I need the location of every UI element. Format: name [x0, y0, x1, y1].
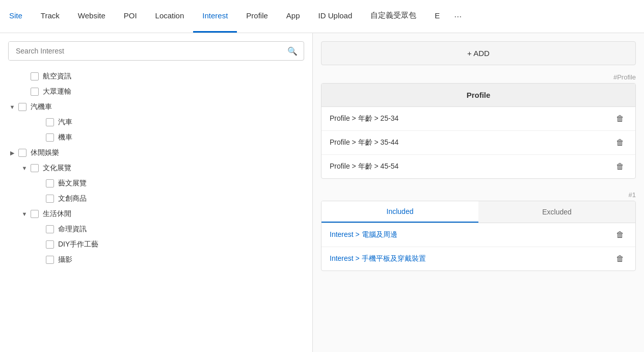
tree-item-item-leisure[interactable]: ▶休閒娛樂: [0, 145, 312, 160]
tree-item-item-motorcycle[interactable]: 機車: [0, 130, 312, 145]
tree-item-item-diy[interactable]: DIY手作工藝: [0, 237, 312, 252]
tree-item-item-creative[interactable]: 文創商品: [0, 191, 312, 206]
chevron-down-icon[interactable]: ▼: [8, 103, 16, 111]
tree-item-item-lifestyle[interactable]: ▼生活休閒: [0, 206, 312, 222]
checkbox-item-leisure[interactable]: [18, 149, 26, 157]
search-button[interactable]: 🔍: [281, 42, 304, 60]
nav-item-id-upload[interactable]: ID Upload: [309, 0, 362, 33]
chevron-down-icon[interactable]: ▼: [20, 210, 29, 218]
tree-item-item-aviation[interactable]: 航空資訊: [0, 69, 312, 84]
left-panel: 🔍 航空資訊大眾運輸▼汽機車汽車機車▶休閒娛樂▼文化展覽藝文展覽文創商品▼生活休…: [0, 33, 313, 352]
tab-row: Included Excluded: [321, 201, 635, 223]
nav-item-interest[interactable]: Interest: [193, 0, 237, 33]
item-label-item-aviation: 航空資訊: [43, 72, 71, 81]
profile-label: #Profile: [313, 69, 644, 83]
profile-section: Profile Profile > 年齡 > 25-34🗑Profile > 年…: [321, 83, 636, 179]
delete-interest-row-int2[interactable]: 🗑: [613, 253, 627, 264]
item-label-item-photo: 攝影: [58, 255, 72, 264]
checkbox-item-fortune[interactable]: [46, 225, 54, 233]
delete-interest-row-int1[interactable]: 🗑: [613, 229, 627, 240]
interest-row-text: Interest > 電腦及周邊: [330, 230, 397, 239]
interest-row-int2: Interest > 手機平板及穿戴裝置🗑: [321, 247, 635, 270]
checkbox-item-aviation[interactable]: [31, 72, 39, 80]
chevron-down-icon[interactable]: ▼: [20, 164, 29, 172]
item-label-item-auto: 汽機車: [31, 102, 52, 112]
nav-item-custom[interactable]: 自定義受眾包: [361, 0, 425, 33]
checkbox-item-car[interactable]: [46, 118, 54, 126]
item-label-item-culture: 文化展覽: [43, 164, 71, 173]
tree-item-item-auto[interactable]: ▼汽機車: [0, 99, 312, 115]
add-button[interactable]: + ADD: [321, 41, 636, 65]
interest-section: Included Excluded Interest > 電腦及周邊🗑Inter…: [321, 201, 636, 271]
profile-row-row1: Profile > 年齡 > 25-34🗑: [321, 107, 635, 131]
tab-included[interactable]: Included: [321, 201, 478, 223]
interest-row-text: Interest > 手機平板及穿戴裝置: [330, 254, 426, 263]
interest-rows: Interest > 電腦及周邊🗑Interest > 手機平板及穿戴裝置🗑: [321, 223, 635, 270]
profile-row-text: Profile > 年齡 > 25-34: [330, 114, 398, 123]
nav-item-location[interactable]: Location: [146, 0, 194, 33]
nav-item-poi[interactable]: POI: [115, 0, 146, 33]
checkbox-item-auto[interactable]: [18, 103, 26, 111]
search-bar: 🔍: [8, 41, 304, 61]
profile-section-header: Profile: [321, 84, 635, 107]
top-navigation: SiteTrackWebsitePOILocationInterestProfi…: [0, 0, 644, 33]
checkbox-item-culture[interactable]: [31, 164, 39, 172]
profile-row-row2: Profile > 年齡 > 35-44🗑: [321, 131, 635, 155]
nav-item-app[interactable]: App: [277, 0, 309, 33]
nav-item-website[interactable]: Website: [69, 0, 115, 33]
profile-row-text: Profile > 年齡 > 35-44: [330, 138, 398, 147]
checkbox-item-creative[interactable]: [46, 195, 54, 203]
tree-item-item-transit[interactable]: 大眾運輸: [0, 84, 312, 99]
item-label-item-creative: 文創商品: [58, 194, 87, 203]
main-content: 🔍 航空資訊大眾運輸▼汽機車汽車機車▶休閒娛樂▼文化展覽藝文展覽文創商品▼生活休…: [0, 33, 644, 352]
checkbox-item-transit[interactable]: [31, 88, 39, 96]
nav-item-site[interactable]: Site: [0, 0, 32, 33]
item-label-item-transit: 大眾運輸: [43, 87, 71, 96]
delete-profile-row-row1[interactable]: 🗑: [613, 113, 627, 124]
checkbox-item-lifestyle[interactable]: [31, 210, 39, 218]
checkbox-item-motorcycle[interactable]: [46, 133, 54, 142]
checkbox-item-photo[interactable]: [46, 256, 54, 264]
profile-row-row3: Profile > 年齡 > 45-54🗑: [321, 155, 635, 178]
tree-item-item-fortune[interactable]: 命理資訊: [0, 222, 312, 237]
item-label-item-diy: DIY手作工藝: [58, 240, 98, 249]
chevron-right-icon[interactable]: ▶: [8, 149, 16, 157]
tab-excluded[interactable]: Excluded: [478, 201, 635, 223]
nav-item-track[interactable]: Track: [32, 0, 69, 33]
delete-profile-row-row2[interactable]: 🗑: [613, 137, 627, 148]
right-panel: + ADD #Profile Profile Profile > 年齡 > 25…: [313, 33, 644, 352]
delete-profile-row-row3[interactable]: 🗑: [613, 161, 627, 172]
nav-more-button[interactable]: ···: [449, 0, 467, 33]
profile-row-text: Profile > 年齡 > 45-54: [330, 162, 398, 171]
item-label-item-lifestyle: 生活休閒: [43, 209, 71, 219]
item-label-item-leisure: 休閒娛樂: [31, 148, 59, 157]
nav-item-extra[interactable]: E: [425, 0, 449, 33]
search-input[interactable]: [9, 42, 281, 60]
interest-row-int1: Interest > 電腦及周邊🗑: [321, 223, 635, 247]
item-label-item-motorcycle: 機車: [58, 133, 72, 142]
interest-label: #1: [313, 187, 644, 201]
tree-item-item-art[interactable]: 藝文展覽: [0, 176, 312, 191]
search-icon: 🔍: [287, 47, 298, 56]
tree-item-item-culture[interactable]: ▼文化展覽: [0, 160, 312, 176]
tree-list: 航空資訊大眾運輸▼汽機車汽車機車▶休閒娛樂▼文化展覽藝文展覽文創商品▼生活休閒命…: [0, 65, 312, 352]
item-label-item-fortune: 命理資訊: [58, 225, 87, 234]
checkbox-item-art[interactable]: [46, 179, 54, 187]
item-label-item-art: 藝文展覽: [58, 179, 87, 188]
profile-rows: Profile > 年齡 > 25-34🗑Profile > 年齡 > 35-4…: [321, 107, 635, 178]
item-label-item-car: 汽車: [58, 118, 72, 127]
checkbox-item-diy[interactable]: [46, 240, 54, 249]
tree-item-item-car[interactable]: 汽車: [0, 115, 312, 130]
tree-item-item-photo[interactable]: 攝影: [0, 252, 312, 267]
nav-item-profile[interactable]: Profile: [237, 0, 277, 33]
